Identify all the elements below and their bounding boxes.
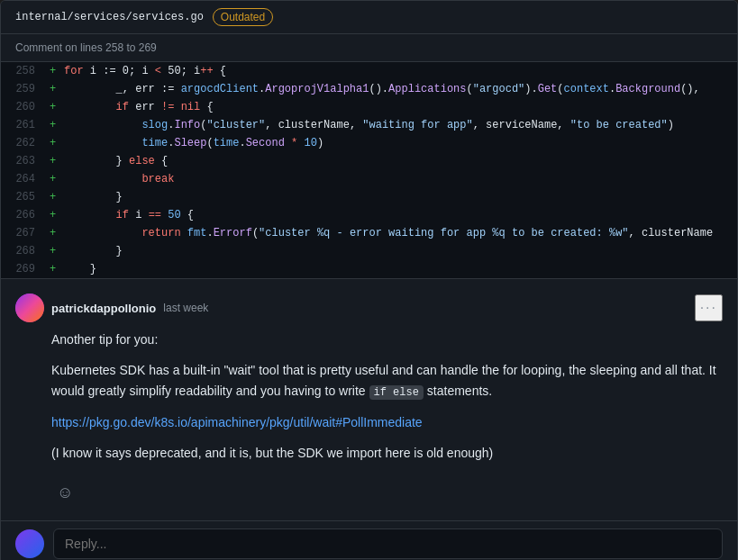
- line-content: slog.Info("cluster", clusterName, "waiti…: [64, 116, 737, 134]
- table-row: 261+ slog.Info("cluster", clusterName, "…: [1, 116, 737, 134]
- file-path: internal/services/services.go: [15, 11, 204, 23]
- table-row: 267+ return fmt.Errorf("cluster %q - err…: [1, 224, 737, 242]
- line-number: 267: [1, 224, 46, 242]
- table-row: 268+ }: [1, 242, 737, 260]
- table-row: 258+for i := 0; i < 50; i++ {: [1, 62, 737, 80]
- line-plus: +: [46, 62, 64, 80]
- comment-paragraph-1: Another tip for you:: [51, 330, 723, 349]
- comment-paragraph-2: Kubernetes SDK has a built-in "wait" too…: [51, 360, 723, 402]
- line-number: 264: [1, 170, 46, 188]
- table-row: 262+ time.Sleep(time.Second * 10): [1, 134, 737, 152]
- line-content: for i := 0; i < 50; i++ {: [64, 62, 737, 80]
- line-plus: +: [46, 116, 64, 134]
- table-row: 260+ if err != nil {: [1, 98, 737, 116]
- line-number: 268: [1, 242, 46, 260]
- file-header: internal/services/services.go Outdated: [1, 1, 737, 34]
- table-row: 264+ break: [1, 170, 737, 188]
- review-comment-container: internal/services/services.go Outdated C…: [0, 0, 738, 560]
- line-number: 259: [1, 80, 46, 98]
- line-content: break: [64, 170, 737, 188]
- line-plus: +: [46, 206, 64, 224]
- reaction-button[interactable]: ☺: [51, 480, 78, 506]
- line-plus: +: [46, 80, 64, 98]
- table-row: 269+ }: [1, 260, 737, 278]
- line-content: time.Sleep(time.Second * 10): [64, 134, 737, 152]
- author-name[interactable]: patrickdappollonio: [51, 302, 156, 315]
- line-plus: +: [46, 224, 64, 242]
- line-content: }: [64, 242, 737, 260]
- line-plus: +: [46, 188, 64, 206]
- line-number: 258: [1, 62, 46, 80]
- poll-immediate-link[interactable]: https://pkg.go.dev/k8s.io/apimachinery/p…: [51, 415, 423, 429]
- line-content: }: [64, 188, 737, 206]
- line-content: } else {: [64, 152, 737, 170]
- line-content: }: [64, 260, 737, 278]
- line-content: _, err := argocdClient.ArgoprojV1alpha1(…: [64, 80, 737, 98]
- avatar-image: [15, 294, 44, 322]
- line-plus: +: [46, 152, 64, 170]
- table-row: 266+ if i == 50 {: [1, 206, 737, 224]
- comment-paragraph-3: (I know it says deprecated, and it is, b…: [51, 443, 723, 463]
- line-number: 263: [1, 152, 46, 170]
- outdated-badge: Outdated: [213, 8, 273, 26]
- inline-code-if-else: if else: [369, 385, 424, 400]
- line-content: return fmt.Errorf("cluster %q - error wa…: [64, 224, 737, 242]
- line-number: 266: [1, 206, 46, 224]
- reply-section: [1, 520, 737, 560]
- more-options-button[interactable]: ···: [695, 294, 723, 321]
- line-plus: +: [46, 242, 64, 260]
- line-content: if err != nil {: [64, 98, 737, 116]
- line-content: if i == 50 {: [64, 206, 737, 224]
- comment-body: Another tip for you: Kubernetes SDK has …: [51, 330, 723, 506]
- line-plus: +: [46, 98, 64, 116]
- avatar: [15, 294, 44, 322]
- reply-input[interactable]: [53, 528, 723, 559]
- lines-note: Comment on lines 258 to 269: [1, 34, 737, 62]
- line-number: 261: [1, 116, 46, 134]
- comment-author-row: patrickdappollonio last week: [15, 294, 208, 322]
- table-row: 259+ _, err := argocdClient.ArgoprojV1al…: [1, 80, 737, 98]
- line-plus: +: [46, 170, 64, 188]
- table-row: 263+ } else {: [1, 152, 737, 170]
- comment-header: patrickdappollonio last week ···: [15, 294, 723, 322]
- line-number: 262: [1, 134, 46, 152]
- comment-timestamp: last week: [163, 302, 208, 314]
- comment-link-paragraph: https://pkg.go.dev/k8s.io/apimachinery/p…: [51, 412, 723, 432]
- reply-avatar: [15, 529, 44, 558]
- line-number: 260: [1, 98, 46, 116]
- line-plus: +: [46, 260, 64, 278]
- comment-section: patrickdappollonio last week ··· Another…: [1, 279, 737, 520]
- line-plus: +: [46, 134, 64, 152]
- table-row: 265+ }: [1, 188, 737, 206]
- line-number: 269: [1, 260, 46, 278]
- code-block: 258+for i := 0; i < 50; i++ {259+ _, err…: [1, 62, 737, 279]
- line-number: 265: [1, 188, 46, 206]
